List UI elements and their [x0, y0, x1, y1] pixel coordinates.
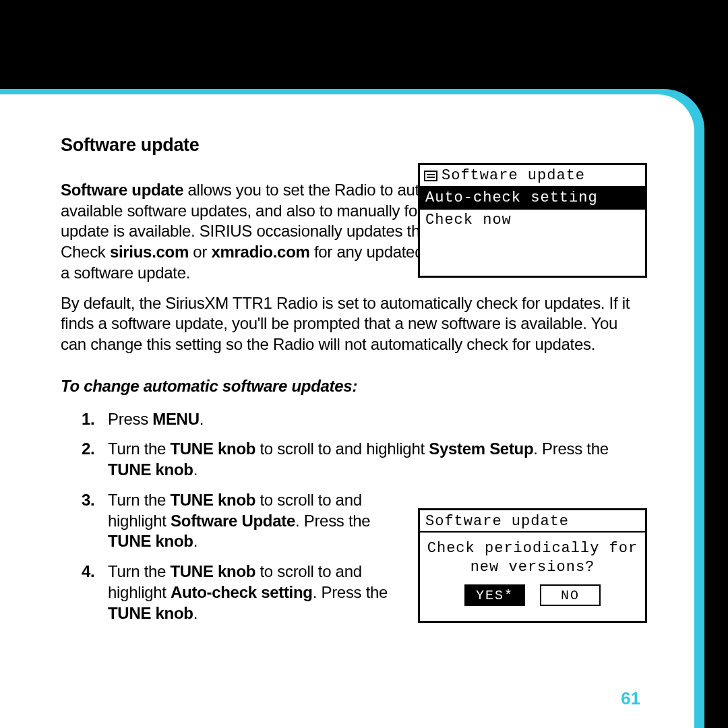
lcd2-no-button: NO — [540, 584, 601, 606]
step-text: . Press the — [533, 439, 608, 458]
intro-bold: Software update — [61, 181, 183, 199]
step-text: Turn the — [108, 439, 170, 458]
step-text: . — [193, 532, 198, 550]
step-number: 1. — [82, 409, 94, 430]
step-text: Turn the — [108, 562, 170, 580]
step-bold: System Setup — [429, 439, 533, 458]
page-number: 61 — [621, 688, 640, 709]
link-xmradio: xmradio.com — [211, 243, 309, 261]
step-text: . Press the — [295, 512, 370, 530]
step-bold: Auto-check setting — [171, 583, 313, 601]
lcd-title: Software update — [442, 167, 585, 184]
step-bold: TUNE knob — [170, 562, 255, 580]
step-text: . — [193, 604, 198, 622]
step-text: Turn the — [108, 491, 170, 509]
lcd2-msg-line2: new versions? — [471, 559, 595, 576]
step-text: . — [200, 410, 204, 428]
step-bold: TUNE knob — [108, 604, 193, 622]
intro-or: or — [189, 243, 211, 261]
list-icon — [424, 171, 437, 181]
step-bold: TUNE knob — [108, 532, 193, 550]
lcd-title-row: Software update — [420, 165, 645, 187]
sub-heading: To change automatic software updates: — [61, 377, 647, 396]
step-number: 3. — [82, 490, 94, 511]
link-sirius: sirius.com — [110, 243, 189, 261]
step-bold: TUNE knob — [170, 439, 255, 458]
paragraph-2: By default, the SiriusXM TTR1 Radio is s… — [61, 293, 647, 355]
lcd2-msg-line1: Check periodically for — [427, 540, 638, 557]
page-border: Software update Software update allows y… — [0, 89, 704, 728]
step-bold: MENU — [152, 410, 199, 428]
lcd-row-checknow: Check now — [420, 210, 645, 232]
lcd-screen-menu: Software update Auto-check setting Check… — [418, 163, 647, 278]
step-text: . — [193, 460, 198, 479]
step-text: Press — [108, 410, 152, 428]
step-bold: TUNE knob — [108, 460, 193, 479]
step-1: 1. Press MENU. — [105, 409, 647, 430]
lcd2-message: Check periodically for new versions? — [420, 533, 645, 580]
lcd2-title: Software update — [420, 510, 645, 533]
section-title: Software update — [61, 135, 647, 156]
page-content: Software update Software update allows y… — [0, 94, 694, 728]
step-number: 2. — [82, 439, 94, 460]
step-bold: Software Update — [171, 512, 295, 530]
step-2: 2. Turn the TUNE knob to scroll to and h… — [105, 439, 647, 480]
lcd-row-autocheck: Auto-check setting — [420, 187, 645, 210]
step-number: 4. — [82, 562, 94, 582]
lcd-screen-confirm: Software update Check periodically for n… — [418, 508, 647, 623]
step-text: to scroll to and highlight — [255, 439, 429, 458]
step-bold: TUNE knob — [170, 491, 255, 509]
lcd2-yes-button: YES* — [464, 584, 525, 606]
step-text: . Press the — [313, 583, 388, 601]
lcd2-buttons: YES* NO — [420, 584, 645, 606]
